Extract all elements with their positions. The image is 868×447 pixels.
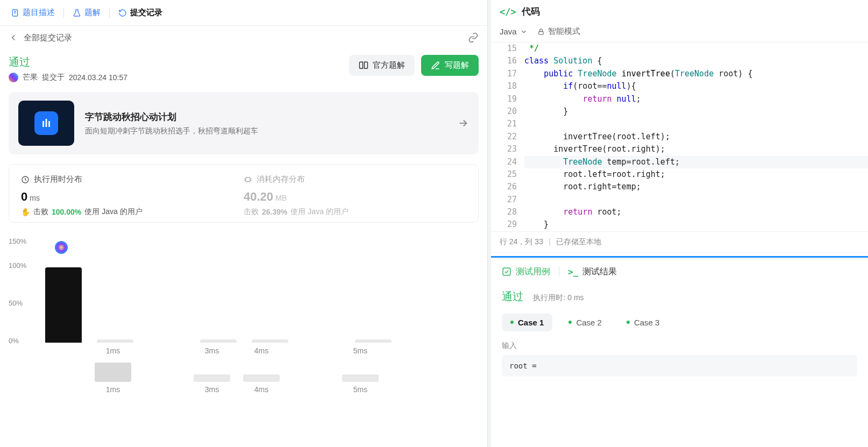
chip-icon bbox=[244, 175, 252, 184]
write-solution-button[interactable]: 写题解 bbox=[421, 55, 479, 76]
x-axis-label bbox=[286, 346, 336, 355]
status-dot-icon bbox=[627, 321, 630, 324]
y-axis-label: 150% bbox=[9, 237, 26, 245]
write-solution-label: 写题解 bbox=[445, 60, 469, 70]
test-body: 通过 执行用时: 0 ms Case 1Case 2Case 3 输入 root… bbox=[491, 286, 868, 380]
case-tab-2[interactable]: Case 2 bbox=[560, 314, 610, 331]
separator bbox=[63, 8, 64, 18]
x-axis-label bbox=[39, 385, 88, 394]
svg-rect-6 bbox=[246, 178, 250, 182]
memory-beat-pct: 26.39% bbox=[262, 208, 287, 216]
code-content[interactable]: */class Solution { public TreeNode inver… bbox=[524, 42, 868, 231]
case-tabs: Case 1Case 2Case 3 bbox=[502, 314, 857, 331]
verdict-label: 通过 bbox=[9, 55, 127, 69]
chart-bar[interactable] bbox=[252, 339, 288, 343]
runtime-stat[interactable]: 执行用时分布 0ms ✋ 击败 100.00% 使用 Java 的用户 bbox=[21, 174, 244, 217]
case-tab-label: Case 3 bbox=[634, 318, 660, 327]
chart-bar[interactable] bbox=[194, 374, 230, 382]
beat-label: 击败 bbox=[33, 207, 48, 217]
status-row: 通过 芒果 提交于 2024.03.24 10:57 官方题解 bbox=[9, 49, 479, 92]
clap-icon: ✋ bbox=[21, 208, 30, 216]
submission-meta: 芒果 提交于 2024.03.24 10:57 bbox=[9, 73, 127, 82]
beat-suffix-2: 使用 Java 的用户 bbox=[290, 207, 348, 217]
x-axis-label: 5ms bbox=[336, 385, 385, 394]
promo-card[interactable]: ılı 字节跳动秋招心动计划 面向短期冲刺字节跳动秋招选手，秋招弯道顺利超车 bbox=[9, 92, 479, 154]
tab-test-results[interactable]: >_ 测试结果 bbox=[566, 264, 619, 280]
tab-description-label: 题目描述 bbox=[23, 8, 55, 18]
back-label[interactable]: 全部提交记录 bbox=[24, 33, 72, 43]
test-panel: 测试用例 >_ 测试结果 通过 执行用时: 0 ms Case 1Case 2C… bbox=[491, 256, 868, 447]
official-solution-button[interactable]: 官方题解 bbox=[349, 55, 415, 76]
y-axis-label: 50% bbox=[9, 299, 23, 307]
mode-label: 智能模式 bbox=[548, 26, 580, 37]
document-icon bbox=[11, 9, 19, 17]
runtime-header: 执行用时分布 bbox=[34, 174, 82, 185]
code-title: 代码 bbox=[522, 5, 540, 18]
chart-bar[interactable] bbox=[200, 339, 237, 343]
memory-value: 40.20 bbox=[244, 190, 273, 203]
tab-submissions[interactable]: 提交记录 bbox=[115, 5, 166, 20]
code-editor[interactable]: 151617181920212223242526272829 */class S… bbox=[491, 42, 868, 231]
chart-bar[interactable] bbox=[243, 374, 280, 382]
case-tab-label: Case 2 bbox=[576, 318, 602, 327]
svg-rect-12 bbox=[503, 268, 510, 276]
author-name[interactable]: 芒果 bbox=[23, 73, 38, 82]
line-gutter: 151617181920212223242526272829 bbox=[491, 42, 524, 231]
tab-description[interactable]: 题目描述 bbox=[8, 5, 58, 20]
cursor-position: 行 24，列 33 bbox=[500, 237, 543, 247]
memory-stat[interactable]: 消耗内存分布 40.20MB 击败 26.39% 使用 Java 的用户 bbox=[244, 174, 466, 217]
language-selector[interactable]: Java bbox=[500, 27, 528, 36]
history-icon bbox=[118, 9, 127, 17]
back-icon[interactable] bbox=[9, 33, 18, 42]
right-panel: </> 代码 Java 智能模式 15161718192021222324252… bbox=[488, 0, 868, 447]
x-axis-label bbox=[138, 346, 187, 355]
language-row: Java 智能模式 bbox=[491, 23, 868, 42]
chart-bar[interactable] bbox=[97, 339, 133, 343]
x-axis-label: 3ms bbox=[187, 385, 237, 394]
avatar[interactable] bbox=[9, 73, 18, 82]
input-label: 输入 bbox=[502, 341, 857, 351]
tab-test-results-label: 测试结果 bbox=[582, 266, 617, 278]
x-axis-label bbox=[138, 385, 187, 394]
tab-submissions-label: 提交记录 bbox=[130, 8, 162, 18]
svg-rect-11 bbox=[539, 31, 543, 34]
promo-thumb: ılı bbox=[18, 101, 74, 146]
terminal-icon: >_ bbox=[568, 267, 578, 277]
separator bbox=[109, 8, 110, 18]
case-tab-label: Case 1 bbox=[518, 318, 544, 327]
case-tab-1[interactable]: Case 1 bbox=[502, 314, 552, 331]
x-axis-label bbox=[39, 346, 88, 355]
link-icon[interactable] bbox=[468, 32, 479, 43]
code-icon: </> bbox=[500, 6, 516, 17]
sub-header: 全部提交记录 bbox=[0, 26, 487, 49]
test-verdict: 通过 bbox=[502, 289, 523, 304]
tab-solution[interactable]: 题解 bbox=[69, 5, 104, 20]
tab-test-cases-label: 测试用例 bbox=[516, 266, 550, 278]
x-axis-label: 1ms bbox=[88, 346, 138, 355]
chart-bar[interactable] bbox=[355, 339, 392, 343]
status-dot-icon bbox=[568, 321, 572, 324]
clock-icon bbox=[21, 175, 30, 184]
submission-detail-scroll[interactable]: 通过 芒果 提交于 2024.03.24 10:57 官方题解 bbox=[0, 49, 487, 447]
case-tab-3[interactable]: Case 3 bbox=[618, 314, 668, 331]
memory-unit: MB bbox=[275, 194, 287, 202]
tab-test-cases[interactable]: 测试用例 bbox=[500, 264, 552, 280]
chart-bar[interactable] bbox=[95, 363, 131, 382]
chart-bar[interactable] bbox=[342, 374, 379, 382]
memory-header: 消耗内存分布 bbox=[257, 174, 305, 185]
submitted-at: 2024.03.24 10:57 bbox=[69, 73, 127, 82]
bars-icon: ılı bbox=[34, 111, 58, 135]
test-runtime: 执行用时: 0 ms bbox=[533, 293, 584, 302]
code-header: </> 代码 bbox=[491, 0, 868, 23]
book-icon bbox=[359, 61, 368, 70]
mode-indicator[interactable]: 智能模式 bbox=[537, 26, 580, 37]
chart-bar[interactable] bbox=[45, 267, 82, 343]
y-axis-label: 100% bbox=[9, 261, 26, 269]
arrow-right-icon bbox=[457, 117, 469, 129]
language-label: Java bbox=[500, 27, 517, 36]
flask-icon bbox=[73, 9, 81, 17]
input-box[interactable]: root = bbox=[502, 355, 857, 377]
chevron-down-icon bbox=[520, 28, 528, 36]
tab-solution-label: 题解 bbox=[84, 8, 101, 18]
separator bbox=[559, 267, 559, 276]
